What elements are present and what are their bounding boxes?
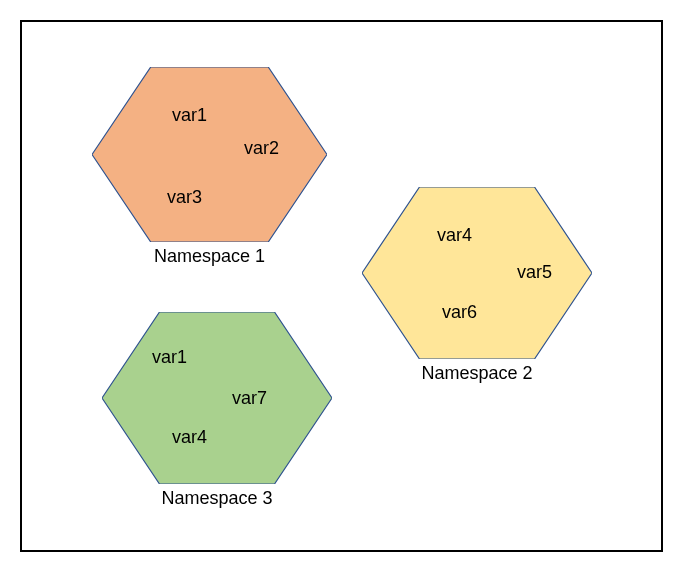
variable-label: var6 [442, 302, 477, 323]
namespace-hexagon-2: var4var5var6Namespace 2 [362, 187, 592, 389]
diagram-canvas: var1var2var3Namespace 1var4var5var6Names… [20, 20, 663, 552]
namespace-title: Namespace 2 [362, 363, 592, 384]
variable-label: var5 [517, 262, 552, 283]
variable-label: var1 [152, 347, 187, 368]
variable-label: var1 [172, 105, 207, 126]
hexagon-shape-icon [362, 187, 592, 359]
variable-label: var2 [244, 138, 279, 159]
variable-label: var7 [232, 388, 267, 409]
namespace-title: Namespace 3 [102, 488, 332, 509]
hexagon-shape-icon [102, 312, 332, 484]
namespace-hexagon-3: var1var7var4Namespace 3 [102, 312, 332, 514]
namespace-hexagon-1: var1var2var3Namespace 1 [92, 67, 327, 272]
hexagon-shape-icon [92, 67, 327, 242]
variable-label: var4 [437, 225, 472, 246]
namespace-title: Namespace 1 [92, 246, 327, 267]
variable-label: var4 [172, 427, 207, 448]
variable-label: var3 [167, 187, 202, 208]
